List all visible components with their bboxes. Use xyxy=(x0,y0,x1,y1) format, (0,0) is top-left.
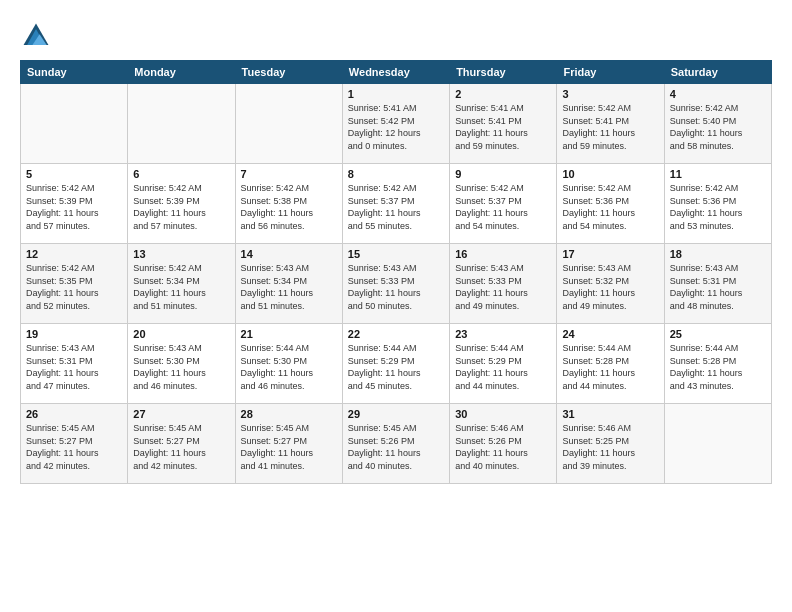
day-info: Sunrise: 5:42 AM Sunset: 5:35 PM Dayligh… xyxy=(26,262,122,312)
calendar-cell: 28Sunrise: 5:45 AM Sunset: 5:27 PM Dayli… xyxy=(235,404,342,484)
day-number: 4 xyxy=(670,88,766,100)
day-info: Sunrise: 5:45 AM Sunset: 5:27 PM Dayligh… xyxy=(241,422,337,472)
day-info: Sunrise: 5:44 AM Sunset: 5:28 PM Dayligh… xyxy=(670,342,766,392)
calendar-cell: 2Sunrise: 5:41 AM Sunset: 5:41 PM Daylig… xyxy=(450,84,557,164)
calendar-cell: 18Sunrise: 5:43 AM Sunset: 5:31 PM Dayli… xyxy=(664,244,771,324)
day-info: Sunrise: 5:43 AM Sunset: 5:34 PM Dayligh… xyxy=(241,262,337,312)
day-info: Sunrise: 5:42 AM Sunset: 5:37 PM Dayligh… xyxy=(348,182,444,232)
calendar-cell: 13Sunrise: 5:42 AM Sunset: 5:34 PM Dayli… xyxy=(128,244,235,324)
day-number: 10 xyxy=(562,168,658,180)
day-info: Sunrise: 5:44 AM Sunset: 5:30 PM Dayligh… xyxy=(241,342,337,392)
day-number: 14 xyxy=(241,248,337,260)
calendar-cell: 25Sunrise: 5:44 AM Sunset: 5:28 PM Dayli… xyxy=(664,324,771,404)
day-info: Sunrise: 5:43 AM Sunset: 5:32 PM Dayligh… xyxy=(562,262,658,312)
day-info: Sunrise: 5:42 AM Sunset: 5:34 PM Dayligh… xyxy=(133,262,229,312)
calendar-header: SundayMondayTuesdayWednesdayThursdayFrid… xyxy=(21,61,772,84)
day-info: Sunrise: 5:45 AM Sunset: 5:27 PM Dayligh… xyxy=(133,422,229,472)
header-cell-saturday: Saturday xyxy=(664,61,771,84)
day-number: 21 xyxy=(241,328,337,340)
calendar-cell: 5Sunrise: 5:42 AM Sunset: 5:39 PM Daylig… xyxy=(21,164,128,244)
day-info: Sunrise: 5:42 AM Sunset: 5:37 PM Dayligh… xyxy=(455,182,551,232)
day-info: Sunrise: 5:45 AM Sunset: 5:26 PM Dayligh… xyxy=(348,422,444,472)
day-info: Sunrise: 5:42 AM Sunset: 5:36 PM Dayligh… xyxy=(670,182,766,232)
day-number: 1 xyxy=(348,88,444,100)
day-number: 17 xyxy=(562,248,658,260)
day-number: 16 xyxy=(455,248,551,260)
calendar-cell: 7Sunrise: 5:42 AM Sunset: 5:38 PM Daylig… xyxy=(235,164,342,244)
day-info: Sunrise: 5:42 AM Sunset: 5:39 PM Dayligh… xyxy=(26,182,122,232)
day-info: Sunrise: 5:43 AM Sunset: 5:33 PM Dayligh… xyxy=(455,262,551,312)
day-info: Sunrise: 5:42 AM Sunset: 5:41 PM Dayligh… xyxy=(562,102,658,152)
day-number: 31 xyxy=(562,408,658,420)
day-info: Sunrise: 5:44 AM Sunset: 5:29 PM Dayligh… xyxy=(348,342,444,392)
calendar-row: 1Sunrise: 5:41 AM Sunset: 5:42 PM Daylig… xyxy=(21,84,772,164)
calendar-cell xyxy=(664,404,771,484)
calendar-row: 5Sunrise: 5:42 AM Sunset: 5:39 PM Daylig… xyxy=(21,164,772,244)
calendar-row: 26Sunrise: 5:45 AM Sunset: 5:27 PM Dayli… xyxy=(21,404,772,484)
day-info: Sunrise: 5:41 AM Sunset: 5:41 PM Dayligh… xyxy=(455,102,551,152)
calendar-cell: 21Sunrise: 5:44 AM Sunset: 5:30 PM Dayli… xyxy=(235,324,342,404)
calendar-cell: 15Sunrise: 5:43 AM Sunset: 5:33 PM Dayli… xyxy=(342,244,449,324)
day-info: Sunrise: 5:44 AM Sunset: 5:29 PM Dayligh… xyxy=(455,342,551,392)
day-number: 28 xyxy=(241,408,337,420)
calendar-cell: 11Sunrise: 5:42 AM Sunset: 5:36 PM Dayli… xyxy=(664,164,771,244)
logo xyxy=(20,20,56,52)
day-info: Sunrise: 5:46 AM Sunset: 5:26 PM Dayligh… xyxy=(455,422,551,472)
calendar-cell: 31Sunrise: 5:46 AM Sunset: 5:25 PM Dayli… xyxy=(557,404,664,484)
day-info: Sunrise: 5:42 AM Sunset: 5:38 PM Dayligh… xyxy=(241,182,337,232)
day-number: 22 xyxy=(348,328,444,340)
calendar-cell: 30Sunrise: 5:46 AM Sunset: 5:26 PM Dayli… xyxy=(450,404,557,484)
header-cell-friday: Friday xyxy=(557,61,664,84)
day-number: 11 xyxy=(670,168,766,180)
calendar-cell: 16Sunrise: 5:43 AM Sunset: 5:33 PM Dayli… xyxy=(450,244,557,324)
day-number: 2 xyxy=(455,88,551,100)
calendar-cell: 22Sunrise: 5:44 AM Sunset: 5:29 PM Dayli… xyxy=(342,324,449,404)
day-number: 9 xyxy=(455,168,551,180)
day-number: 30 xyxy=(455,408,551,420)
day-info: Sunrise: 5:42 AM Sunset: 5:36 PM Dayligh… xyxy=(562,182,658,232)
header-cell-tuesday: Tuesday xyxy=(235,61,342,84)
calendar-cell: 10Sunrise: 5:42 AM Sunset: 5:36 PM Dayli… xyxy=(557,164,664,244)
calendar-cell: 24Sunrise: 5:44 AM Sunset: 5:28 PM Dayli… xyxy=(557,324,664,404)
calendar-cell xyxy=(128,84,235,164)
calendar-cell: 23Sunrise: 5:44 AM Sunset: 5:29 PM Dayli… xyxy=(450,324,557,404)
day-info: Sunrise: 5:43 AM Sunset: 5:31 PM Dayligh… xyxy=(26,342,122,392)
calendar-cell: 9Sunrise: 5:42 AM Sunset: 5:37 PM Daylig… xyxy=(450,164,557,244)
calendar-body: 1Sunrise: 5:41 AM Sunset: 5:42 PM Daylig… xyxy=(21,84,772,484)
day-number: 3 xyxy=(562,88,658,100)
calendar-cell: 19Sunrise: 5:43 AM Sunset: 5:31 PM Dayli… xyxy=(21,324,128,404)
day-number: 25 xyxy=(670,328,766,340)
header-cell-sunday: Sunday xyxy=(21,61,128,84)
day-number: 6 xyxy=(133,168,229,180)
header xyxy=(20,16,772,52)
calendar-row: 12Sunrise: 5:42 AM Sunset: 5:35 PM Dayli… xyxy=(21,244,772,324)
day-info: Sunrise: 5:45 AM Sunset: 5:27 PM Dayligh… xyxy=(26,422,122,472)
day-number: 29 xyxy=(348,408,444,420)
day-number: 26 xyxy=(26,408,122,420)
header-row: SundayMondayTuesdayWednesdayThursdayFrid… xyxy=(21,61,772,84)
day-number: 15 xyxy=(348,248,444,260)
calendar-cell: 14Sunrise: 5:43 AM Sunset: 5:34 PM Dayli… xyxy=(235,244,342,324)
calendar-cell: 1Sunrise: 5:41 AM Sunset: 5:42 PM Daylig… xyxy=(342,84,449,164)
day-info: Sunrise: 5:43 AM Sunset: 5:30 PM Dayligh… xyxy=(133,342,229,392)
calendar-cell: 27Sunrise: 5:45 AM Sunset: 5:27 PM Dayli… xyxy=(128,404,235,484)
calendar-cell: 4Sunrise: 5:42 AM Sunset: 5:40 PM Daylig… xyxy=(664,84,771,164)
header-cell-wednesday: Wednesday xyxy=(342,61,449,84)
day-number: 18 xyxy=(670,248,766,260)
day-number: 7 xyxy=(241,168,337,180)
day-info: Sunrise: 5:43 AM Sunset: 5:31 PM Dayligh… xyxy=(670,262,766,312)
calendar-cell: 3Sunrise: 5:42 AM Sunset: 5:41 PM Daylig… xyxy=(557,84,664,164)
calendar-cell: 20Sunrise: 5:43 AM Sunset: 5:30 PM Dayli… xyxy=(128,324,235,404)
calendar-cell: 26Sunrise: 5:45 AM Sunset: 5:27 PM Dayli… xyxy=(21,404,128,484)
header-cell-thursday: Thursday xyxy=(450,61,557,84)
calendar-cell: 8Sunrise: 5:42 AM Sunset: 5:37 PM Daylig… xyxy=(342,164,449,244)
header-cell-monday: Monday xyxy=(128,61,235,84)
day-number: 23 xyxy=(455,328,551,340)
day-info: Sunrise: 5:46 AM Sunset: 5:25 PM Dayligh… xyxy=(562,422,658,472)
calendar-cell: 17Sunrise: 5:43 AM Sunset: 5:32 PM Dayli… xyxy=(557,244,664,324)
day-number: 19 xyxy=(26,328,122,340)
day-info: Sunrise: 5:42 AM Sunset: 5:39 PM Dayligh… xyxy=(133,182,229,232)
day-info: Sunrise: 5:41 AM Sunset: 5:42 PM Dayligh… xyxy=(348,102,444,152)
calendar-row: 19Sunrise: 5:43 AM Sunset: 5:31 PM Dayli… xyxy=(21,324,772,404)
day-number: 13 xyxy=(133,248,229,260)
